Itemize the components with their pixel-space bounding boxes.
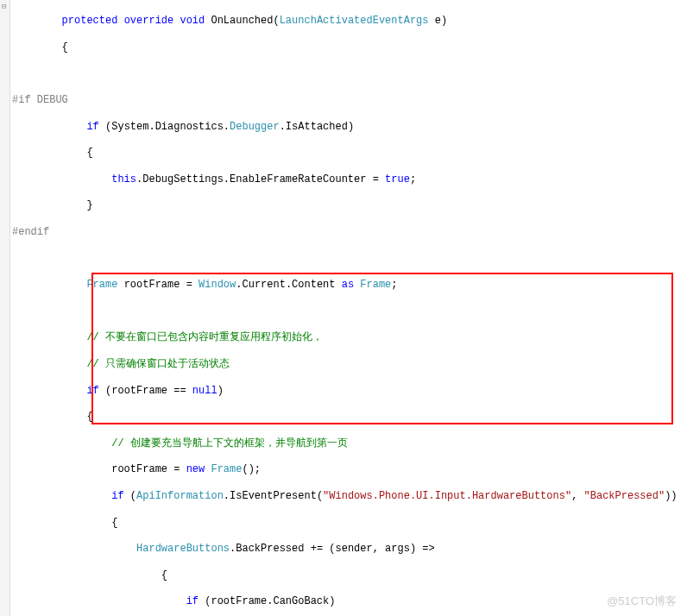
code-line [12,253,687,266]
code-line: HardwareButtons.BackPressed += (sender, … [12,543,687,556]
code-line [12,67,687,80]
preprocessor-directive: #if DEBUG [12,94,687,107]
gutter: ⊟ [0,0,10,616]
code-line: { [12,569,687,582]
code-line: this.DebugSettings.EnableFrameRateCounte… [12,173,687,186]
code-line: rootFrame = new Frame(); [12,463,687,476]
watermark: @51CTO博客 [607,594,677,609]
code-line: } [12,199,687,212]
code-line: if (rootFrame.CanGoBack) [12,595,687,608]
code-line: { [12,147,687,160]
preprocessor-directive: #endif [12,226,687,239]
code-line: // 创建要充当导航上下文的框架，并导航到第一页 [12,437,687,450]
code-editor[interactable]: protected override void OnLaunched(Launc… [12,0,687,616]
code-line: Frame rootFrame = Window.Current.Content… [12,279,687,292]
code-line: protected override void OnLaunched(Launc… [12,15,687,28]
code-line: if (rootFrame == null) [12,385,687,398]
code-line: if (System.Diagnostics.Debugger.IsAttach… [12,121,687,134]
code-line: { [12,41,687,54]
outline-minus: ⊟ [2,2,6,11]
code-line: // 只需确保窗口处于活动状态 [12,358,687,371]
code-line [12,305,687,318]
code-line: // 不要在窗口已包含内容时重复应用程序初始化， [12,331,687,344]
code-line: { [12,411,687,424]
code-line: if (ApiInformation.IsEventPresent("Windo… [12,490,687,503]
code-line: { [12,517,687,530]
